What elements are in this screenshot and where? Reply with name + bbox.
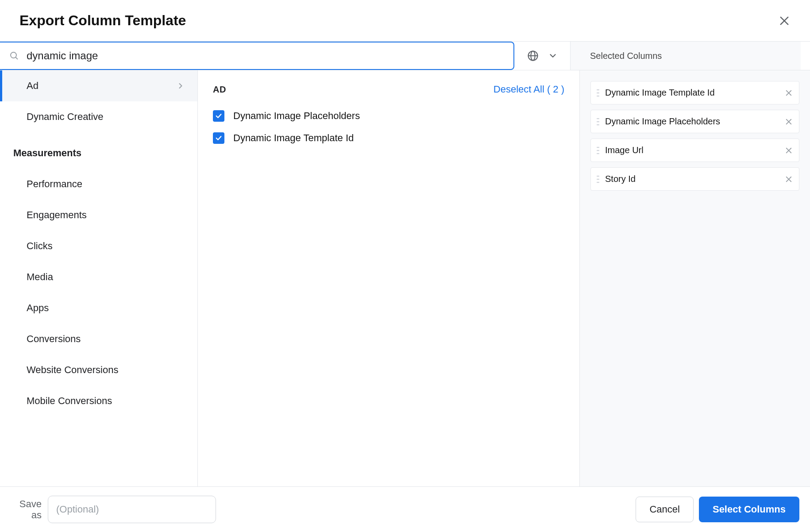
locale-dropdown[interactable] — [514, 42, 571, 70]
checkbox-checked[interactable] — [213, 110, 224, 122]
checkbox-checked[interactable] — [213, 132, 224, 144]
sidebar-item-label: Engagements — [27, 209, 87, 221]
check-icon — [215, 112, 223, 120]
drag-handle-icon[interactable] — [595, 146, 601, 155]
column-options-panel: AD Deselect All ( 2 ) Dynamic Image Plac… — [198, 70, 580, 486]
selected-column-chip[interactable]: Dynamic Image Template Id — [590, 81, 799, 104]
column-option-row[interactable]: Dynamic Image Template Id — [213, 127, 564, 149]
sidebar-item-website-conversions[interactable]: Website Conversions — [0, 355, 197, 386]
selected-column-chip[interactable]: Story Id — [590, 167, 799, 191]
svg-point-36 — [598, 181, 599, 182]
close-icon — [785, 89, 793, 97]
dialog-footer: Save as Cancel Select Columns — [0, 486, 810, 532]
cancel-button[interactable]: Cancel — [636, 497, 693, 522]
save-as-label: Save as — [16, 498, 42, 521]
svg-point-28 — [598, 153, 599, 154]
svg-point-33 — [597, 178, 598, 179]
chip-label: Dynamic Image Template Id — [605, 88, 715, 98]
save-as-group: Save as — [16, 496, 216, 523]
svg-point-26 — [598, 150, 599, 150]
svg-point-31 — [597, 175, 598, 176]
selected-column-chip[interactable]: Dynamic Image Placeholders — [590, 110, 799, 133]
svg-point-20 — [598, 124, 599, 125]
sidebar-item-label: Ad — [27, 80, 39, 92]
column-options-header: AD Deselect All ( 2 ) — [213, 84, 564, 95]
globe-icon — [527, 50, 539, 62]
svg-point-23 — [597, 146, 598, 147]
svg-point-16 — [598, 118, 599, 119]
check-icon — [215, 134, 223, 142]
chip-remove-button[interactable] — [785, 175, 793, 183]
svg-point-15 — [597, 118, 598, 119]
search-icon — [9, 50, 19, 61]
sidebar-item-label: Website Conversions — [27, 364, 118, 376]
close-icon — [785, 175, 793, 183]
drag-handle-icon[interactable] — [595, 117, 601, 126]
svg-point-11 — [597, 95, 598, 96]
svg-point-19 — [597, 124, 598, 125]
column-option-label: Dynamic Image Placeholders — [233, 110, 360, 122]
sidebar-section-title: Measurements — [13, 147, 81, 159]
selected-column-chip[interactable]: Image Url — [590, 139, 799, 162]
sidebar-section-measurements: Measurements — [0, 132, 197, 169]
sidebar-item-conversions[interactable]: Conversions — [0, 324, 197, 355]
chip-label: Story Id — [605, 174, 636, 184]
selected-columns-header: Selected Columns — [571, 42, 801, 70]
column-option-label: Dynamic Image Template Id — [233, 132, 354, 144]
chip-remove-button[interactable] — [785, 146, 793, 154]
svg-point-12 — [598, 95, 599, 96]
sidebar-item-dynamic-creative[interactable]: Dynamic Creative — [0, 101, 197, 132]
column-section-title: AD — [213, 85, 226, 95]
sidebar-item-ad[interactable]: Ad — [0, 70, 197, 101]
svg-point-2 — [11, 52, 16, 58]
svg-point-24 — [598, 146, 599, 147]
footer-actions: Cancel Select Columns — [636, 497, 799, 522]
chip-remove-button[interactable] — [785, 118, 793, 126]
drag-handle-icon[interactable] — [595, 175, 601, 184]
selected-columns-panel: Dynamic Image Template Id Dynamic Image … — [580, 70, 810, 486]
sidebar-item-engagements[interactable]: Engagements — [0, 200, 197, 231]
search-input[interactable] — [27, 50, 505, 62]
sidebar-item-label: Clicks — [27, 240, 53, 252]
deselect-all-link[interactable]: Deselect All ( 2 ) — [494, 84, 564, 95]
search-field-wrap[interactable] — [0, 42, 514, 70]
sidebar-item-label: Conversions — [27, 333, 81, 345]
drag-handle-icon[interactable] — [595, 89, 601, 97]
select-columns-button[interactable]: Select Columns — [699, 497, 799, 522]
svg-point-7 — [597, 89, 598, 90]
chip-label: Dynamic Image Placeholders — [605, 116, 720, 127]
chevron-down-icon — [548, 51, 558, 61]
svg-point-25 — [597, 150, 598, 150]
sidebar-item-label: Mobile Conversions — [27, 395, 112, 407]
close-icon — [778, 15, 791, 27]
close-icon — [785, 146, 793, 154]
sidebar-item-clicks[interactable]: Clicks — [0, 231, 197, 262]
column-option-row[interactable]: Dynamic Image Placeholders — [213, 105, 564, 127]
select-columns-button-label: Select Columns — [713, 504, 786, 515]
chevron-right-icon — [176, 81, 185, 90]
sidebar-item-label: Media — [27, 271, 53, 283]
svg-line-3 — [15, 57, 18, 59]
svg-point-35 — [597, 181, 598, 182]
close-button[interactable] — [778, 15, 791, 27]
sidebar-item-apps[interactable]: Apps — [0, 293, 197, 324]
svg-point-27 — [597, 153, 598, 154]
svg-point-18 — [598, 121, 599, 122]
cancel-button-label: Cancel — [649, 504, 679, 515]
sidebar-item-mobile-conversions[interactable]: Mobile Conversions — [0, 386, 197, 416]
selected-columns-title: Selected Columns — [590, 51, 662, 61]
dialog-title: Export Column Template — [19, 12, 186, 29]
dialog-body: Ad Dynamic Creative Measurements Perform… — [0, 70, 810, 486]
svg-point-17 — [597, 121, 598, 122]
sidebar-item-performance[interactable]: Performance — [0, 169, 197, 200]
sidebar-item-media[interactable]: Media — [0, 262, 197, 293]
sidebar-item-label: Dynamic Creative — [27, 111, 104, 123]
svg-point-8 — [598, 89, 599, 90]
search-row: Selected Columns — [0, 41, 810, 70]
svg-point-32 — [598, 175, 599, 176]
chip-remove-button[interactable] — [785, 89, 793, 97]
sidebar-item-label: Apps — [27, 302, 49, 314]
save-as-input[interactable] — [48, 496, 216, 523]
category-sidebar: Ad Dynamic Creative Measurements Perform… — [0, 70, 198, 486]
sidebar-item-label: Performance — [27, 178, 82, 190]
